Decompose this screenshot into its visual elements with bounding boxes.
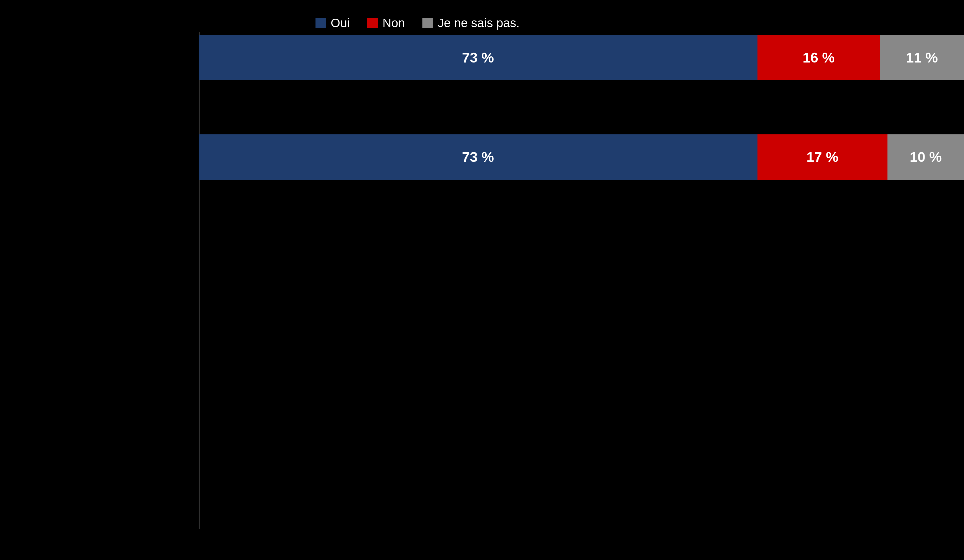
chart-container: Oui Non Je ne sais pas. 73 % 16 % 11 % 7… bbox=[199, 0, 964, 560]
bar2-non-segment: 17 % bbox=[757, 134, 887, 180]
bar2-nsp-segment: 10 % bbox=[887, 134, 964, 180]
legend-label-non: Non bbox=[383, 16, 405, 30]
oui-swatch bbox=[316, 18, 326, 28]
bar1-oui-segment: 73 % bbox=[199, 35, 757, 80]
bar1-non-label: 16 % bbox=[803, 50, 834, 66]
legend: Oui Non Je ne sais pas. bbox=[316, 16, 520, 30]
bar1-nsp-label: 11 % bbox=[906, 50, 938, 66]
legend-label-nsp: Je ne sais pas. bbox=[438, 16, 519, 30]
non-swatch bbox=[367, 18, 378, 28]
bar1-nsp-segment: 11 % bbox=[880, 35, 964, 80]
legend-item-non: Non bbox=[367, 16, 405, 30]
bar2-oui-label: 73 % bbox=[462, 149, 494, 165]
vertical-divider bbox=[199, 32, 200, 529]
bar-group-2: 73 % 17 % 10 % bbox=[199, 134, 964, 180]
bar2-oui-segment: 73 % bbox=[199, 134, 757, 180]
bar1-non-segment: 16 % bbox=[757, 35, 880, 80]
nsp-swatch bbox=[422, 18, 433, 28]
legend-label-oui: Oui bbox=[331, 16, 350, 30]
bar2-non-label: 17 % bbox=[806, 149, 839, 165]
legend-item-nsp: Je ne sais pas. bbox=[422, 16, 519, 30]
bar1-oui-label: 73 % bbox=[462, 50, 494, 66]
legend-item-oui: Oui bbox=[316, 16, 350, 30]
bar2-nsp-label: 10 % bbox=[910, 149, 941, 165]
bar-group-1: 73 % 16 % 11 % bbox=[199, 35, 964, 80]
